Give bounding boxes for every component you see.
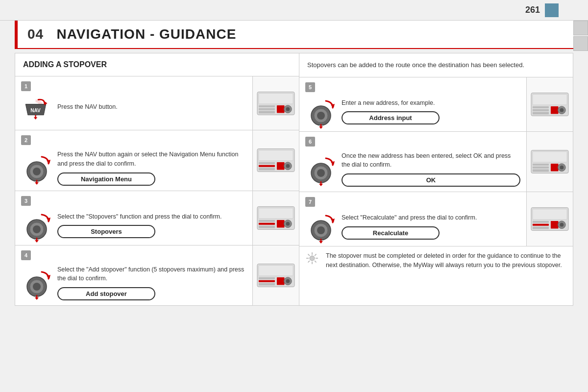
svg-rect-91 xyxy=(533,224,549,226)
svg-marker-87 xyxy=(319,241,323,244)
svg-rect-63 xyxy=(533,109,549,111)
step-3-device-thumb xyxy=(257,206,295,230)
step-row-2: 2 xyxy=(15,130,299,191)
svg-marker-73 xyxy=(319,184,323,186)
step-2-description: Press the NAV button again or select the… xyxy=(57,150,246,169)
step-1-text-area: Press the NAV button. xyxy=(57,102,246,112)
step-6-main: 6 xyxy=(299,132,526,192)
page-container: 261 04 NAVIGATION - GUIDANCE ADDING A ST… xyxy=(0,0,588,392)
right-panel: Stopovers can be added to the route once… xyxy=(299,53,573,305)
svg-point-96 xyxy=(310,256,315,261)
right-tab-1[interactable] xyxy=(573,21,588,35)
svg-point-71 xyxy=(317,169,325,177)
svg-rect-93 xyxy=(551,221,559,229)
step-7-preview xyxy=(526,192,573,246)
svg-marker-59 xyxy=(319,126,323,129)
svg-rect-51 xyxy=(277,277,285,285)
svg-point-29 xyxy=(33,225,41,233)
step-7-description: Select "Recalculate" and press the dial … xyxy=(342,213,520,222)
svg-rect-78 xyxy=(533,169,549,172)
step-6-device-thumb xyxy=(531,149,569,174)
step-1-icon-area: NAV Press the NAV butto xyxy=(21,96,246,118)
step-5-button: Address input xyxy=(342,111,440,124)
step-3-description: Select the "Stopovers" function and pres… xyxy=(57,212,246,221)
svg-line-104 xyxy=(308,261,310,263)
step-4-icon-area: Select the "Add stopover" function (5 st… xyxy=(21,265,246,301)
step-1-device-thumb xyxy=(257,91,295,116)
svg-line-103 xyxy=(315,254,317,256)
svg-rect-49 xyxy=(259,280,275,282)
step-row-7: 7 xyxy=(299,192,573,246)
svg-rect-89 xyxy=(533,209,567,220)
step-4-button: Add stopover xyxy=(57,287,155,300)
svg-rect-22 xyxy=(259,168,275,171)
svg-rect-23 xyxy=(277,162,285,170)
step-2-preview xyxy=(252,130,299,191)
svg-point-11 xyxy=(286,107,290,111)
step-1-description: Press the NAV button. xyxy=(57,102,246,112)
step-5-description: Enter a new address, for example. xyxy=(342,98,520,108)
svg-rect-37 xyxy=(277,220,285,227)
step-7-main: 7 xyxy=(299,192,526,246)
step-6-description: Once the new address has been entered, s… xyxy=(342,151,520,170)
svg-text:NAV: NAV xyxy=(30,108,41,113)
step-4-dial-icon xyxy=(21,268,50,297)
step-3-preview xyxy=(252,191,299,245)
svg-rect-77 xyxy=(533,167,549,169)
svg-rect-34 xyxy=(259,220,275,221)
svg-marker-31 xyxy=(35,240,39,243)
step-4-number: 4 xyxy=(21,250,31,260)
note-row: The stopover must be completed or delete… xyxy=(299,246,573,291)
step-5-device-thumb xyxy=(531,92,569,117)
step-5-text-area: Enter a new address, for example. Addres… xyxy=(342,98,520,125)
svg-point-95 xyxy=(560,223,564,227)
step-row-3: 3 xyxy=(15,191,299,245)
step-7-number: 7 xyxy=(305,197,315,207)
svg-rect-8 xyxy=(259,111,275,113)
left-section-header: ADDING A STOPOVER xyxy=(15,53,299,76)
right-steps-container: 5 xyxy=(299,77,573,291)
svg-rect-50 xyxy=(259,283,275,285)
step-6-ok-button: OK xyxy=(342,173,520,187)
step-row-4: 4 xyxy=(15,245,299,306)
note-sun-icon xyxy=(305,251,319,265)
step-3-main: 3 xyxy=(15,191,252,245)
step-2-main: 2 xyxy=(15,130,252,191)
top-bar: 261 xyxy=(0,0,588,21)
svg-marker-17 xyxy=(35,182,39,185)
step-5-number: 5 xyxy=(305,82,315,92)
step-row-5: 5 xyxy=(299,77,573,132)
svg-line-102 xyxy=(315,261,317,263)
step-7-button: Recalculate xyxy=(342,226,440,240)
nav-button-icon: NAV xyxy=(21,96,50,118)
svg-point-67 xyxy=(560,108,564,112)
chapter-title-main: NAVIGATION - GUIDANCE xyxy=(57,26,237,42)
chapter-title-text xyxy=(48,26,57,42)
svg-point-53 xyxy=(286,279,290,283)
svg-point-15 xyxy=(33,168,41,175)
svg-marker-45 xyxy=(35,297,39,300)
step-7-dial-icon xyxy=(305,212,335,241)
step-7-device-thumb xyxy=(531,207,569,231)
right-tab-2[interactable] xyxy=(573,36,588,51)
svg-rect-21 xyxy=(259,165,275,167)
svg-rect-92 xyxy=(533,227,549,229)
svg-rect-6 xyxy=(259,105,275,107)
step-5-preview xyxy=(526,77,573,131)
step-4-device-thumb xyxy=(257,263,295,288)
svg-rect-62 xyxy=(533,106,549,108)
note-text: The stopover must be completed or delete… xyxy=(326,251,567,270)
step-3-button: Stopovers xyxy=(57,225,155,238)
step-7-icon-area: Select "Recalculate" and press the dial … xyxy=(305,212,520,241)
chapter-num: 04 xyxy=(27,26,44,42)
step-4-main: 4 xyxy=(15,245,252,306)
right-side-tabs xyxy=(573,21,588,51)
svg-marker-3 xyxy=(34,117,37,120)
svg-point-43 xyxy=(33,283,41,291)
step-row-6: 6 xyxy=(299,132,573,193)
svg-point-57 xyxy=(317,112,325,120)
main-content: ADDING A STOPOVER 1 xyxy=(15,53,573,306)
svg-rect-33 xyxy=(259,208,293,218)
svg-rect-75 xyxy=(533,151,567,162)
svg-rect-61 xyxy=(533,94,567,104)
